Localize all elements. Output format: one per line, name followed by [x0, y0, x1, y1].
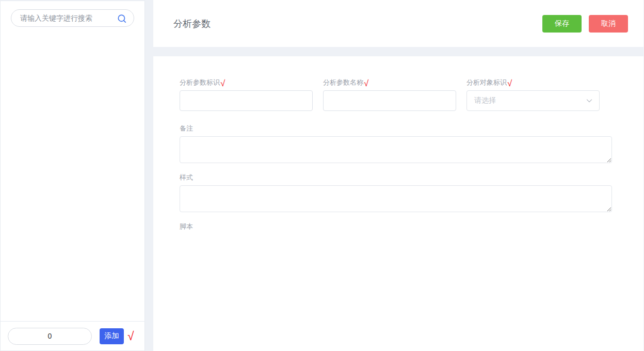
sidebar-search-area [1, 1, 144, 32]
chevron-down-icon [586, 97, 593, 104]
style-label: 样式 [180, 173, 612, 182]
count-input[interactable] [8, 328, 92, 345]
main-area: 分析参数 保存 取消 分析参数标识√ 分析参数名称√ [153, 0, 644, 351]
field-style: 样式 [180, 173, 612, 214]
search-input[interactable] [11, 14, 134, 22]
sidebar-result-list [1, 32, 144, 321]
script-label: 脚本 [180, 222, 612, 231]
field-label: 分析参数名称√ [323, 77, 456, 87]
field-label: 分析对象标识√ [466, 77, 600, 87]
param-id-label: 分析参数标识 [180, 78, 220, 86]
sidebar-footer: 添加 √ [1, 321, 144, 350]
param-name-label: 分析参数名称 [323, 78, 363, 86]
app-root: 添加 √ 分析参数 保存 取消 分析参数标识√ [0, 0, 644, 351]
object-id-select[interactable]: 请选择 [466, 90, 600, 111]
param-name-input[interactable] [323, 90, 456, 111]
search-input-wrapper [11, 9, 134, 27]
required-check-icon: √ [127, 330, 134, 342]
field-object-id: 分析对象标识√ 请选择 [466, 77, 600, 111]
header-actions: 保存 取消 [542, 15, 628, 33]
remarks-label: 备注 [180, 124, 612, 133]
page-header: 分析参数 保存 取消 [153, 0, 644, 47]
field-label: 分析参数标识√ [180, 77, 313, 87]
save-button[interactable]: 保存 [542, 15, 582, 33]
form-row-identifiers: 分析参数标识√ 分析参数名称√ 分析对象标识√ 请选择 [180, 77, 612, 111]
sidebar: 添加 √ [0, 1, 145, 351]
cancel-button[interactable]: 取消 [589, 15, 628, 33]
select-placeholder: 请选择 [474, 96, 496, 105]
object-id-label: 分析对象标识 [466, 78, 507, 86]
param-id-input[interactable] [180, 90, 313, 111]
required-check-icon: √ [507, 78, 512, 88]
page-title: 分析参数 [173, 18, 211, 30]
required-check-icon: √ [364, 78, 368, 88]
form-panel: 分析参数标识√ 分析参数名称√ 分析对象标识√ 请选择 [153, 56, 644, 351]
field-param-id: 分析参数标识√ [180, 77, 313, 111]
field-remarks: 备注 [180, 124, 612, 165]
style-textarea[interactable] [180, 185, 612, 212]
add-button[interactable]: 添加 [100, 328, 124, 344]
remarks-textarea[interactable] [180, 136, 612, 163]
search-icon[interactable] [116, 13, 127, 24]
required-check-icon: √ [220, 78, 225, 88]
field-param-name: 分析参数名称√ [323, 77, 456, 111]
